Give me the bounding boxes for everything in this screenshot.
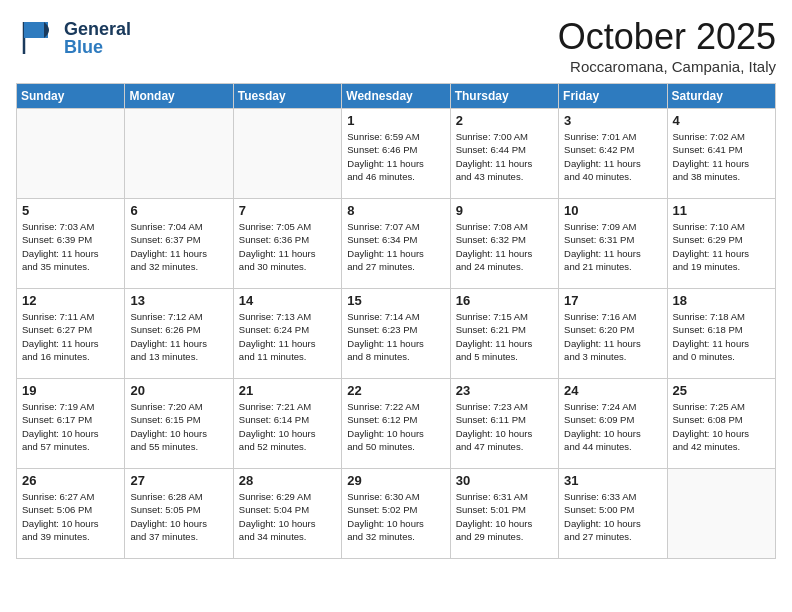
day-info: Sunrise: 7:02 AM Sunset: 6:41 PM Dayligh… bbox=[673, 130, 770, 183]
calendar-cell: 6Sunrise: 7:04 AM Sunset: 6:37 PM Daylig… bbox=[125, 199, 233, 289]
calendar-cell bbox=[233, 109, 341, 199]
calendar-week-2: 5Sunrise: 7:03 AM Sunset: 6:39 PM Daylig… bbox=[17, 199, 776, 289]
day-info: Sunrise: 6:27 AM Sunset: 5:06 PM Dayligh… bbox=[22, 490, 119, 543]
calendar-cell: 22Sunrise: 7:22 AM Sunset: 6:12 PM Dayli… bbox=[342, 379, 450, 469]
day-info: Sunrise: 7:24 AM Sunset: 6:09 PM Dayligh… bbox=[564, 400, 661, 453]
day-info: Sunrise: 7:05 AM Sunset: 6:36 PM Dayligh… bbox=[239, 220, 336, 273]
day-number: 12 bbox=[22, 293, 119, 308]
calendar-cell: 11Sunrise: 7:10 AM Sunset: 6:29 PM Dayli… bbox=[667, 199, 775, 289]
day-info: Sunrise: 6:31 AM Sunset: 5:01 PM Dayligh… bbox=[456, 490, 553, 543]
page-header: General Blue October 2025 Roccaromana, C… bbox=[16, 16, 776, 75]
calendar-week-1: 1Sunrise: 6:59 AM Sunset: 6:46 PM Daylig… bbox=[17, 109, 776, 199]
calendar-cell bbox=[667, 469, 775, 559]
weekday-header-tuesday: Tuesday bbox=[233, 84, 341, 109]
day-info: Sunrise: 7:04 AM Sunset: 6:37 PM Dayligh… bbox=[130, 220, 227, 273]
calendar-cell: 16Sunrise: 7:15 AM Sunset: 6:21 PM Dayli… bbox=[450, 289, 558, 379]
day-info: Sunrise: 7:25 AM Sunset: 6:08 PM Dayligh… bbox=[673, 400, 770, 453]
calendar-cell: 14Sunrise: 7:13 AM Sunset: 6:24 PM Dayli… bbox=[233, 289, 341, 379]
calendar-cell: 25Sunrise: 7:25 AM Sunset: 6:08 PM Dayli… bbox=[667, 379, 775, 469]
calendar-week-3: 12Sunrise: 7:11 AM Sunset: 6:27 PM Dayli… bbox=[17, 289, 776, 379]
day-number: 3 bbox=[564, 113, 661, 128]
day-number: 30 bbox=[456, 473, 553, 488]
weekday-header-friday: Friday bbox=[559, 84, 667, 109]
day-number: 16 bbox=[456, 293, 553, 308]
calendar-cell bbox=[125, 109, 233, 199]
day-info: Sunrise: 7:12 AM Sunset: 6:26 PM Dayligh… bbox=[130, 310, 227, 363]
day-info: Sunrise: 7:03 AM Sunset: 6:39 PM Dayligh… bbox=[22, 220, 119, 273]
day-info: Sunrise: 7:09 AM Sunset: 6:31 PM Dayligh… bbox=[564, 220, 661, 273]
day-number: 4 bbox=[673, 113, 770, 128]
day-info: Sunrise: 7:18 AM Sunset: 6:18 PM Dayligh… bbox=[673, 310, 770, 363]
day-number: 8 bbox=[347, 203, 444, 218]
day-info: Sunrise: 7:01 AM Sunset: 6:42 PM Dayligh… bbox=[564, 130, 661, 183]
calendar-cell: 29Sunrise: 6:30 AM Sunset: 5:02 PM Dayli… bbox=[342, 469, 450, 559]
day-number: 6 bbox=[130, 203, 227, 218]
day-info: Sunrise: 7:14 AM Sunset: 6:23 PM Dayligh… bbox=[347, 310, 444, 363]
day-number: 31 bbox=[564, 473, 661, 488]
weekday-header-saturday: Saturday bbox=[667, 84, 775, 109]
day-info: Sunrise: 6:33 AM Sunset: 5:00 PM Dayligh… bbox=[564, 490, 661, 543]
day-info: Sunrise: 7:10 AM Sunset: 6:29 PM Dayligh… bbox=[673, 220, 770, 273]
day-info: Sunrise: 7:21 AM Sunset: 6:14 PM Dayligh… bbox=[239, 400, 336, 453]
day-number: 23 bbox=[456, 383, 553, 398]
day-info: Sunrise: 7:08 AM Sunset: 6:32 PM Dayligh… bbox=[456, 220, 553, 273]
day-info: Sunrise: 7:13 AM Sunset: 6:24 PM Dayligh… bbox=[239, 310, 336, 363]
calendar-cell: 31Sunrise: 6:33 AM Sunset: 5:00 PM Dayli… bbox=[559, 469, 667, 559]
calendar-cell bbox=[17, 109, 125, 199]
logo-icon bbox=[16, 16, 60, 60]
day-info: Sunrise: 7:15 AM Sunset: 6:21 PM Dayligh… bbox=[456, 310, 553, 363]
day-number: 13 bbox=[130, 293, 227, 308]
day-number: 22 bbox=[347, 383, 444, 398]
calendar-cell: 17Sunrise: 7:16 AM Sunset: 6:20 PM Dayli… bbox=[559, 289, 667, 379]
day-number: 19 bbox=[22, 383, 119, 398]
day-number: 24 bbox=[564, 383, 661, 398]
calendar-cell: 26Sunrise: 6:27 AM Sunset: 5:06 PM Dayli… bbox=[17, 469, 125, 559]
day-number: 29 bbox=[347, 473, 444, 488]
day-number: 7 bbox=[239, 203, 336, 218]
day-info: Sunrise: 7:16 AM Sunset: 6:20 PM Dayligh… bbox=[564, 310, 661, 363]
month-title: October 2025 bbox=[558, 16, 776, 58]
calendar-cell: 10Sunrise: 7:09 AM Sunset: 6:31 PM Dayli… bbox=[559, 199, 667, 289]
day-info: Sunrise: 7:22 AM Sunset: 6:12 PM Dayligh… bbox=[347, 400, 444, 453]
calendar-cell: 19Sunrise: 7:19 AM Sunset: 6:17 PM Dayli… bbox=[17, 379, 125, 469]
day-number: 15 bbox=[347, 293, 444, 308]
calendar-cell: 27Sunrise: 6:28 AM Sunset: 5:05 PM Dayli… bbox=[125, 469, 233, 559]
day-number: 25 bbox=[673, 383, 770, 398]
calendar-cell: 4Sunrise: 7:02 AM Sunset: 6:41 PM Daylig… bbox=[667, 109, 775, 199]
calendar-table: SundayMondayTuesdayWednesdayThursdayFrid… bbox=[16, 83, 776, 559]
day-number: 5 bbox=[22, 203, 119, 218]
day-number: 1 bbox=[347, 113, 444, 128]
logo: General Blue bbox=[16, 16, 131, 60]
day-number: 21 bbox=[239, 383, 336, 398]
day-info: Sunrise: 7:11 AM Sunset: 6:27 PM Dayligh… bbox=[22, 310, 119, 363]
weekday-header-thursday: Thursday bbox=[450, 84, 558, 109]
calendar-cell: 3Sunrise: 7:01 AM Sunset: 6:42 PM Daylig… bbox=[559, 109, 667, 199]
calendar-cell: 8Sunrise: 7:07 AM Sunset: 6:34 PM Daylig… bbox=[342, 199, 450, 289]
weekday-header-wednesday: Wednesday bbox=[342, 84, 450, 109]
day-number: 10 bbox=[564, 203, 661, 218]
calendar-cell: 24Sunrise: 7:24 AM Sunset: 6:09 PM Dayli… bbox=[559, 379, 667, 469]
logo-text: General Blue bbox=[64, 20, 131, 56]
weekday-header-row: SundayMondayTuesdayWednesdayThursdayFrid… bbox=[17, 84, 776, 109]
calendar-cell: 18Sunrise: 7:18 AM Sunset: 6:18 PM Dayli… bbox=[667, 289, 775, 379]
day-number: 9 bbox=[456, 203, 553, 218]
day-number: 27 bbox=[130, 473, 227, 488]
weekday-header-monday: Monday bbox=[125, 84, 233, 109]
calendar-cell: 2Sunrise: 7:00 AM Sunset: 6:44 PM Daylig… bbox=[450, 109, 558, 199]
calendar-week-4: 19Sunrise: 7:19 AM Sunset: 6:17 PM Dayli… bbox=[17, 379, 776, 469]
day-info: Sunrise: 7:00 AM Sunset: 6:44 PM Dayligh… bbox=[456, 130, 553, 183]
day-info: Sunrise: 6:59 AM Sunset: 6:46 PM Dayligh… bbox=[347, 130, 444, 183]
day-info: Sunrise: 7:19 AM Sunset: 6:17 PM Dayligh… bbox=[22, 400, 119, 453]
calendar-cell: 13Sunrise: 7:12 AM Sunset: 6:26 PM Dayli… bbox=[125, 289, 233, 379]
calendar-cell: 20Sunrise: 7:20 AM Sunset: 6:15 PM Dayli… bbox=[125, 379, 233, 469]
calendar-cell: 12Sunrise: 7:11 AM Sunset: 6:27 PM Dayli… bbox=[17, 289, 125, 379]
day-number: 26 bbox=[22, 473, 119, 488]
calendar-cell: 7Sunrise: 7:05 AM Sunset: 6:36 PM Daylig… bbox=[233, 199, 341, 289]
calendar-cell: 1Sunrise: 6:59 AM Sunset: 6:46 PM Daylig… bbox=[342, 109, 450, 199]
title-block: October 2025 Roccaromana, Campania, Ital… bbox=[558, 16, 776, 75]
day-info: Sunrise: 6:30 AM Sunset: 5:02 PM Dayligh… bbox=[347, 490, 444, 543]
calendar-cell: 5Sunrise: 7:03 AM Sunset: 6:39 PM Daylig… bbox=[17, 199, 125, 289]
day-info: Sunrise: 7:20 AM Sunset: 6:15 PM Dayligh… bbox=[130, 400, 227, 453]
calendar-cell: 23Sunrise: 7:23 AM Sunset: 6:11 PM Dayli… bbox=[450, 379, 558, 469]
calendar-cell: 28Sunrise: 6:29 AM Sunset: 5:04 PM Dayli… bbox=[233, 469, 341, 559]
